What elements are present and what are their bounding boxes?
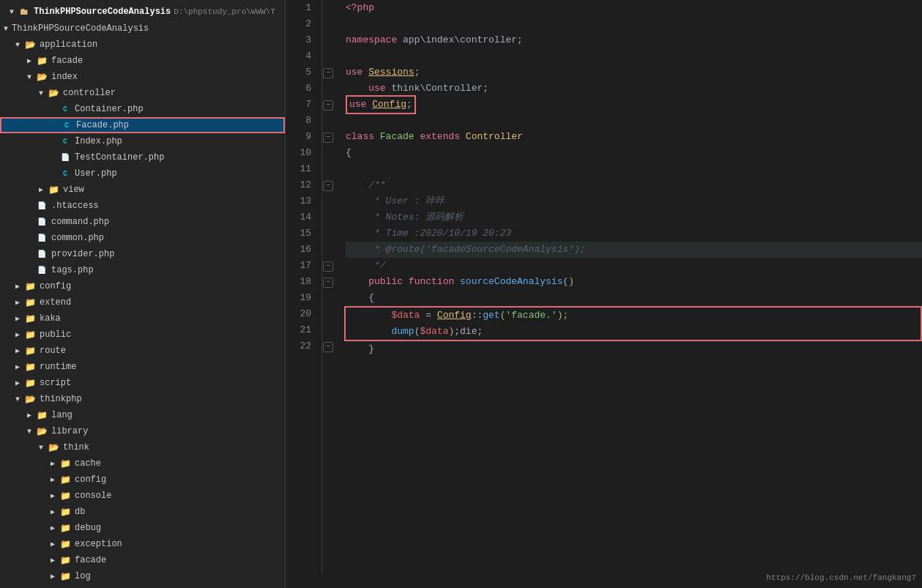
code-line-18: public function sourceCodeAnalysis() [346, 274, 922, 290]
tree-label: controller [63, 88, 116, 98]
tree-item-extend[interactable]: 📁extend [0, 294, 285, 310]
folder-arrow [12, 362, 23, 371]
tree-item-thinkphp[interactable]: 📂thinkphp [0, 391, 285, 407]
tree-label: script [40, 378, 71, 388]
token: use [349, 97, 372, 113]
line-number-12: 12 [291, 177, 316, 193]
folder-icon: 📁 [59, 539, 72, 550]
fold-close-icon[interactable]: − [323, 261, 333, 272]
line-number-1: 1 [291, 0, 316, 16]
token: ; [414, 64, 420, 81]
token: ; [483, 81, 488, 97]
tree-item-tags.php[interactable]: 📄tags.php [0, 262, 285, 278]
folder-arrow [0, 25, 12, 33]
tree-item-root[interactable]: ThinkPHPSourceCodeAnalysis [0, 21, 285, 37]
token: get [483, 308, 499, 324]
tree-item-.htaccess[interactable]: 📄.htaccess [0, 198, 285, 214]
tree-label: ThinkPHPSourceCodeAnalysis [12, 23, 149, 34]
folder-icon: 📁 [47, 185, 60, 196]
tree-item-facade-lib[interactable]: 📁facade [0, 552, 285, 568]
tree-item-kaka[interactable]: 📁kaka [0, 310, 285, 327]
tree-label: exception [75, 539, 122, 549]
tree-item-Facade.php[interactable]: CFacade.php [0, 117, 285, 133]
token: ; [406, 97, 412, 113]
tree-item-console[interactable]: 📁console [0, 488, 285, 504]
tree-item-log[interactable]: 📁log [0, 568, 285, 584]
tree-item-command.php[interactable]: 📄command.php [0, 214, 285, 230]
fold-open-icon[interactable]: − [323, 68, 333, 78]
token: use [346, 81, 391, 97]
code-line-7: use Config; [346, 97, 922, 113]
file-tree[interactable]: 🖿 ThinkPHPSourceCodeAnalysis D:\phpstudy… [0, 0, 286, 588]
token: */ [346, 258, 386, 274]
tree-item-facade-folder[interactable]: 📁facade [0, 53, 285, 69]
fold-open-icon[interactable]: − [323, 181, 333, 191]
line-number-13: 13 [291, 193, 316, 209]
tree-item-runtime[interactable]: 📁runtime [0, 359, 285, 375]
tree-item-Container.php[interactable]: CContainer.php [0, 101, 285, 117]
tree-item-exception[interactable]: 📁exception [0, 536, 285, 552]
tree-item-TestContainer.php[interactable]: 📄TestContainer.php [0, 149, 285, 165]
tree-item-library[interactable]: 📂library [0, 423, 285, 439]
folder-arrow [12, 379, 23, 387]
tree-label: lang [51, 410, 73, 420]
folder-arrow [12, 346, 23, 355]
folder-arrow [12, 330, 23, 339]
code-editor[interactable]: 12345678910111213141516171819202122 −−−−… [286, 0, 922, 588]
token: * Notes: 源码解析 [346, 209, 464, 226]
tree-item-common.php[interactable]: 📄common.php [0, 230, 285, 246]
folder-arrow [12, 41, 23, 49]
token: { [346, 145, 352, 161]
tree-item-lang[interactable]: 📁lang [0, 407, 285, 423]
tree-item-debug[interactable]: 📁debug [0, 520, 285, 536]
fold-open-icon[interactable]: − [323, 100, 333, 111]
tree-item-route[interactable]: 📁route [0, 343, 285, 359]
code-line-2 [346, 16, 922, 32]
tree-item-think[interactable]: 📂think [0, 439, 285, 455]
tree-item-provider.php[interactable]: 📄provider.php [0, 246, 285, 262]
fold-close-icon[interactable]: − [323, 342, 333, 352]
code-area: 12345678910111213141516171819202122 −−−−… [286, 0, 922, 588]
fold-open-icon[interactable]: − [323, 133, 333, 143]
fold-gutter-3 [322, 32, 334, 48]
tree-item-config-sub[interactable]: 📁config [0, 472, 285, 488]
tree-item-User.php[interactable]: CUser.php [0, 165, 285, 182]
folder-icon: 📁 [23, 378, 37, 389]
tree-item-view[interactable]: 📁view [0, 182, 285, 198]
tree-item-public[interactable]: 📁public [0, 327, 285, 343]
tree-label: config [75, 475, 106, 485]
fold-gutter-16 [322, 242, 334, 258]
folder-icon: 📁 [23, 346, 37, 357]
code-line-5: use Sessions; [346, 64, 922, 81]
folder-icon: 📁 [23, 297, 37, 308]
tree-label: facade [75, 555, 106, 565]
red-box-lines-20-21: $data = Config::get('facade.'); dump($da… [344, 306, 922, 341]
tree-item-model[interactable]: 📁model [0, 584, 285, 588]
tree-label: .htaccess [51, 201, 99, 211]
fold-gutter-10 [322, 145, 334, 161]
tree-item-application[interactable]: 📂application [0, 37, 285, 53]
project-path: D:\phpstudy_pro\WWW\T [174, 7, 275, 16]
token: ('facade.'); [500, 308, 569, 324]
tree-item-db[interactable]: 📁db [0, 504, 285, 520]
folder-icon: 📁 [59, 555, 72, 566]
fold-gutter-11 [322, 161, 334, 177]
folder-arrow [12, 282, 23, 291]
folder-arrow [47, 540, 59, 548]
tree-label: kaka [40, 313, 61, 324]
tree-label: route [40, 346, 66, 356]
fold-gutter-12: − [322, 177, 334, 193]
tree-item-cache[interactable]: 📁cache [0, 455, 285, 472]
tree-item-controller[interactable]: 📂controller [0, 85, 285, 101]
tree-label: index [51, 72, 78, 82]
project-root[interactable]: 🖿 ThinkPHPSourceCodeAnalysis D:\phpstudy… [0, 3, 285, 21]
tree-item-Index.php[interactable]: CIndex.php [0, 133, 285, 149]
code-line-19: { [346, 290, 922, 306]
tree-item-config[interactable]: 📁config [0, 278, 285, 294]
tree-item-index[interactable]: 📂index [0, 69, 285, 85]
token: Config [437, 308, 472, 324]
fold-open-icon[interactable]: − [323, 278, 333, 288]
tree-item-script[interactable]: 📁script [0, 375, 285, 391]
code-line-13: * User : 咔咔 [346, 193, 922, 209]
fold-gutter-20 [322, 306, 334, 322]
